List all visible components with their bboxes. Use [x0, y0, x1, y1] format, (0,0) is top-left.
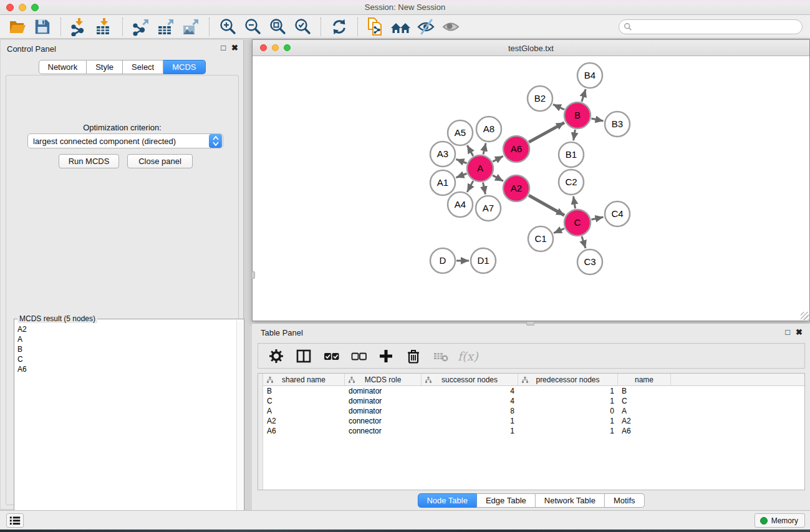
- tab-edge-table[interactable]: Edge Table: [477, 493, 536, 508]
- table-cell[interactable]: 1: [518, 386, 618, 396]
- result-item[interactable]: C: [16, 354, 235, 364]
- node-table[interactable]: shared nameMCDS rolesuccessor nodesprede…: [258, 373, 805, 490]
- apply-function-button[interactable]: f(x): [458, 346, 478, 366]
- graph-node-D[interactable]: D: [430, 248, 455, 273]
- duplicate-network-button[interactable]: [364, 17, 388, 37]
- delete-table-button[interactable]: [430, 346, 451, 366]
- graph-edge-A-A3[interactable]: [456, 159, 466, 163]
- column-header-name[interactable]: name: [618, 374, 671, 385]
- table-cell[interactable]: 0: [518, 406, 618, 416]
- memory-button[interactable]: Memory: [755, 513, 805, 528]
- select-all-columns-button[interactable]: [321, 346, 342, 366]
- graph-node-B1[interactable]: B1: [559, 142, 584, 167]
- tab-network-table[interactable]: Network Table: [536, 493, 605, 508]
- export-table-button[interactable]: [153, 17, 178, 37]
- table-cell[interactable]: dominator: [345, 396, 422, 406]
- table-cell[interactable]: C: [618, 396, 671, 406]
- tab-select[interactable]: Select: [123, 60, 163, 74]
- graph-node-B2[interactable]: B2: [528, 86, 552, 111]
- graph-node-A6[interactable]: A6: [503, 136, 529, 162]
- export-image-button[interactable]: [178, 17, 203, 37]
- graph-node-C1[interactable]: C1: [528, 226, 553, 251]
- graph-node-A5[interactable]: A5: [448, 120, 473, 145]
- save-session-button[interactable]: [30, 17, 55, 37]
- graph-edge-C-C3[interactable]: [582, 236, 586, 248]
- tab-mcds[interactable]: MCDS: [163, 60, 205, 74]
- zoom-fit-button[interactable]: [265, 17, 290, 37]
- table-cell[interactable]: A: [263, 406, 345, 416]
- graph-edge-A-A6[interactable]: [493, 156, 503, 162]
- close-panel-icon[interactable]: ✖: [231, 43, 238, 53]
- export-network-button[interactable]: [128, 17, 153, 37]
- table-cell[interactable]: A2: [263, 416, 345, 426]
- graph-edge-B-B2[interactable]: [553, 104, 564, 109]
- result-item[interactable]: A: [16, 334, 235, 344]
- graph-edge-C-C1[interactable]: [554, 228, 564, 233]
- table-row[interactable]: Cdominator41C: [263, 396, 804, 406]
- graph-node-A2[interactable]: A2: [503, 175, 529, 201]
- close-panel-button[interactable]: Close panel: [127, 154, 193, 168]
- network-canvas[interactable]: B4B2BB3A8A5A6A3B1AA1C2A2A4A7C4CC1C3DD1: [253, 56, 809, 321]
- graph-edge-A-A7[interactable]: [483, 183, 486, 195]
- graph-node-A7[interactable]: A7: [476, 196, 501, 221]
- show-network-button[interactable]: [438, 17, 463, 37]
- delete-column-button[interactable]: [403, 346, 424, 366]
- table-row[interactable]: A6connector11A6: [263, 426, 804, 436]
- table-cell[interactable]: 1: [518, 416, 618, 426]
- graph-node-B[interactable]: B: [564, 102, 591, 128]
- criterion-dropdown[interactable]: largest connected component (directed): [27, 133, 223, 148]
- divider-grip[interactable]: [526, 321, 534, 326]
- graph-node-C[interactable]: C: [564, 210, 591, 236]
- graph-node-A[interactable]: A: [467, 155, 493, 181]
- result-item[interactable]: A6: [16, 364, 235, 374]
- graph-edge-B-B3[interactable]: [591, 118, 603, 121]
- table-cell[interactable]: B: [618, 386, 671, 396]
- mcds-result-list[interactable]: A2ABCA6: [16, 324, 235, 531]
- close-table-panel-icon[interactable]: ✖: [796, 327, 803, 337]
- table-cell[interactable]: 1: [422, 416, 518, 426]
- show-all-networks-button[interactable]: [388, 17, 413, 37]
- zoom-out-button[interactable]: [240, 17, 265, 37]
- zoom-selected-button[interactable]: [290, 17, 315, 37]
- column-header-successor-nodes[interactable]: successor nodes: [422, 374, 518, 385]
- graph-node-C4[interactable]: C4: [605, 201, 630, 226]
- graph-node-A3[interactable]: A3: [430, 142, 455, 167]
- graph-node-A4[interactable]: A4: [448, 192, 473, 217]
- graph-edge-A-A4[interactable]: [467, 181, 473, 192]
- graph-node-C2[interactable]: C2: [559, 170, 584, 195]
- result-item[interactable]: B: [16, 344, 235, 354]
- table-cell[interactable]: 8: [422, 406, 518, 416]
- task-history-button[interactable]: [6, 513, 24, 528]
- import-network-button[interactable]: [67, 17, 92, 37]
- window-resize-grip[interactable]: [801, 312, 809, 320]
- table-cell[interactable]: dominator: [345, 386, 422, 396]
- graph-edge-A-A5[interactable]: [467, 145, 473, 156]
- table-cell[interactable]: A6: [618, 426, 671, 436]
- graph-edge-A6-B[interactable]: [529, 123, 564, 142]
- table-cell[interactable]: 1: [422, 426, 518, 436]
- table-cell[interactable]: 1: [518, 396, 618, 406]
- table-cell[interactable]: A: [618, 406, 671, 416]
- graph-node-B3[interactable]: B3: [605, 112, 630, 137]
- graph-edge-A2-C[interactable]: [529, 195, 564, 215]
- table-row[interactable]: A2connector11A2: [263, 416, 804, 426]
- graph-edge-A-A2[interactable]: [493, 175, 503, 181]
- panel-grip[interactable]: [251, 271, 255, 279]
- graph-node-A8[interactable]: A8: [476, 117, 501, 142]
- column-header-shared-name[interactable]: shared name: [263, 374, 345, 385]
- column-header-MCDS-role[interactable]: MCDS role: [345, 374, 422, 385]
- graph-edge-A-A1[interactable]: [456, 173, 466, 178]
- result-scrollbar[interactable]: [236, 320, 243, 532]
- tab-style[interactable]: Style: [87, 60, 123, 74]
- tab-node-table[interactable]: Node Table: [417, 493, 477, 508]
- search-field[interactable]: [619, 19, 803, 34]
- search-input[interactable]: [635, 21, 802, 33]
- hide-network-button[interactable]: [413, 17, 438, 37]
- float-table-panel-icon[interactable]: □: [785, 327, 790, 337]
- table-cell[interactable]: connector: [345, 426, 422, 436]
- network-window-titlebar[interactable]: testGlobe.txt: [253, 40, 809, 56]
- create-column-button[interactable]: [375, 346, 397, 366]
- graph-edge-C-C2[interactable]: [573, 196, 575, 209]
- tab-network[interactable]: Network: [38, 60, 87, 74]
- graph-node-A1[interactable]: A1: [430, 170, 455, 195]
